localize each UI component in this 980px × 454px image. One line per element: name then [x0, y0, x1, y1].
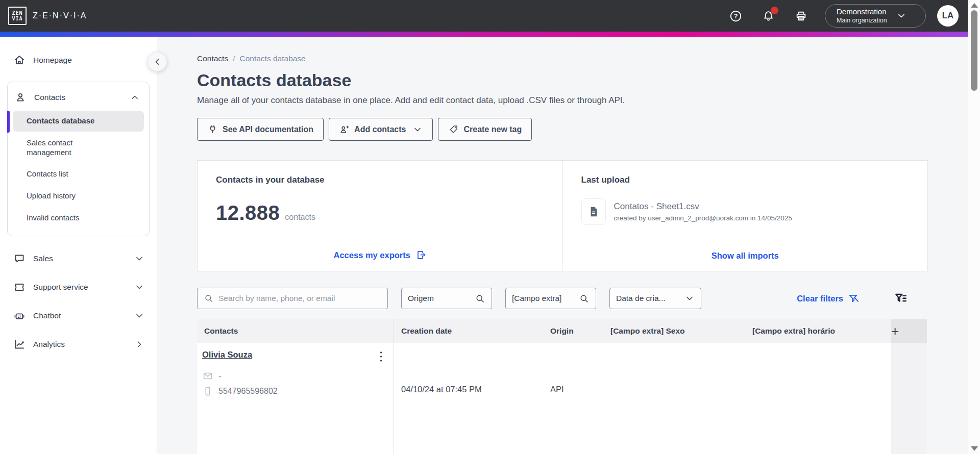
sidebar-item-chatbot[interactable]: Chatbot	[0, 301, 157, 330]
sidebar-item-contacts[interactable]: Contacts	[8, 85, 149, 110]
person-plus-icon	[339, 124, 350, 135]
chevron-up-icon[interactable]	[130, 92, 140, 103]
sidebar-item-support-service[interactable]: Support service	[0, 273, 157, 301]
button-label: Add contacts	[354, 125, 406, 134]
plug-icon	[207, 124, 218, 135]
origin-filter[interactable]: Origem	[401, 288, 492, 309]
zenvia-logo-icon[interactable]: ZEN VIA	[8, 7, 27, 25]
chevron-down-icon[interactable]	[134, 254, 144, 264]
scrollbar-thumb[interactable]	[971, 10, 977, 91]
breadcrumb-contacts-database[interactable]: Contacts database	[239, 54, 305, 63]
page-subtitle: Manage all of your contacts database in …	[197, 95, 928, 106]
add-column-button[interactable]: +	[891, 319, 927, 343]
chevron-down-icon	[684, 293, 695, 304]
user-avatar[interactable]: LA	[937, 5, 959, 27]
extra-horario-cell	[745, 343, 891, 454]
table-header-row: Contacts Creation date Origin [Campo ext…	[197, 319, 927, 343]
home-icon	[13, 54, 26, 66]
link-label: Access my exports	[334, 250, 410, 260]
search-icon	[475, 293, 485, 304]
column-header-origin[interactable]: Origin	[543, 319, 603, 343]
contacts-count-card: Contacts in your database 12.888 contact…	[198, 161, 562, 271]
chevron-left-icon	[152, 57, 162, 67]
organization-switcher[interactable]: Demonstration Main organization	[825, 4, 926, 28]
access-my-exports-link[interactable]: Access my exports	[334, 249, 426, 261]
filter-label: Data de cria...	[616, 294, 666, 303]
row-menu-kebab-icon[interactable]	[375, 350, 386, 363]
contact-phone: 5547965596802	[218, 387, 278, 396]
sidebar-item-label: Homepage	[33, 56, 72, 65]
chevron-down-icon[interactable]	[134, 282, 144, 292]
search-input[interactable]	[218, 294, 381, 303]
chevron-down-icon[interactable]	[134, 311, 144, 321]
sidebar-item-sales[interactable]: Sales	[0, 244, 157, 273]
uploaded-file-meta: created by user_admin_2_prod@uorak.com i…	[614, 214, 792, 222]
advanced-filters-icon[interactable]	[894, 292, 908, 305]
brand-gradient-bar	[0, 32, 968, 37]
contacts-person-icon	[14, 91, 27, 104]
card-title: Last upload	[581, 175, 910, 185]
scrollbar-down-arrow[interactable]	[971, 446, 978, 451]
show-all-imports-link[interactable]: Show all imports	[712, 251, 779, 261]
see-api-documentation-button[interactable]: See API documentation	[197, 118, 324, 141]
contact-email-line: -	[202, 370, 386, 382]
file-document-icon	[581, 198, 606, 225]
sidebar-item-homepage[interactable]: Homepage	[0, 49, 157, 71]
notifications-bell-icon[interactable]	[762, 9, 775, 22]
ticket-icon	[13, 281, 26, 293]
app-window: ZEN VIA Z·E·N·V·I·A ? Demonstration Main…	[0, 0, 968, 454]
breadcrumb: Contacts / Contacts database	[197, 54, 928, 63]
button-label: Create new tag	[463, 125, 522, 134]
search-icon	[579, 293, 590, 304]
top-header: ZEN VIA Z·E·N·V·I·A ? Demonstration Main…	[0, 0, 968, 32]
creation-date-filter[interactable]: Data de cria...	[609, 288, 701, 309]
sidebar-item-label: Chatbot	[33, 311, 61, 320]
scrollbar-up-arrow[interactable]	[971, 3, 978, 8]
sidebar-item-analytics[interactable]: Analytics	[0, 330, 157, 359]
last-upload-card: Last upload Contatos - Sheet1.csv create…	[562, 161, 928, 271]
sidebar-item-label: Support service	[33, 283, 88, 292]
create-new-tag-button[interactable]: Create new tag	[438, 118, 532, 141]
breadcrumb-contacts[interactable]: Contacts	[197, 54, 228, 63]
column-header-creation-date[interactable]: Creation date	[394, 319, 543, 343]
button-label: See API documentation	[223, 125, 313, 134]
mobile-phone-icon	[202, 386, 213, 397]
filter-label: Origem	[408, 294, 434, 303]
vertical-scrollbar[interactable]	[968, 0, 980, 454]
contact-name-link[interactable]: Olivia Souza	[202, 350, 252, 360]
help-icon[interactable]: ?	[729, 9, 742, 22]
print-icon[interactable]	[794, 9, 807, 22]
svg-text:?: ?	[733, 13, 738, 20]
column-header-extra-horario[interactable]: [Campo extra] horário	[745, 319, 891, 343]
breadcrumb-separator: /	[233, 54, 235, 63]
body-area: Homepage Contacts Contacts database Sale…	[0, 37, 968, 454]
collapse-sidebar-button[interactable]	[148, 52, 167, 71]
organization-type: Main organization	[837, 17, 887, 25]
column-header-contacts[interactable]: Contacts	[197, 319, 394, 343]
contacts-count-value: 12.888	[216, 201, 280, 224]
search-icon	[204, 293, 214, 304]
sidebar-item-contacts-list[interactable]: Contacts list	[13, 164, 144, 185]
sidebar-item-sales-contact-management[interactable]: Sales contact management	[13, 133, 144, 163]
sidebar-item-label: Sales	[33, 254, 53, 263]
contact-phone-line: 5547965596802	[202, 386, 386, 397]
creation-date-cell: 04/10/24 at 07:45 PM	[394, 343, 543, 454]
export-icon	[415, 249, 426, 261]
sidebar-item-contacts-database[interactable]: Contacts database	[13, 111, 144, 132]
clear-filters-link[interactable]: Clear filters	[797, 293, 860, 305]
chevron-right-icon[interactable]	[134, 339, 144, 349]
origin-cell: API	[543, 343, 603, 454]
page-title: Contacts database	[197, 70, 928, 90]
sidebar-item-upload-history[interactable]: Upload history	[13, 186, 144, 207]
column-header-extra-sexo[interactable]: [Campo extra] Sexo	[603, 319, 745, 343]
extra-field-filter[interactable]: [Campo extra]	[505, 288, 596, 309]
sidebar: Homepage Contacts Contacts database Sale…	[0, 37, 157, 454]
active-item-indicator	[7, 111, 10, 133]
sidebar-item-label: Analytics	[33, 340, 65, 349]
chevron-down-icon	[896, 11, 906, 21]
sidebar-item-invalid-contacts[interactable]: Invalid contacts	[13, 208, 144, 229]
main-content: Contacts / Contacts database Contacts da…	[157, 37, 968, 454]
extra-sexo-cell	[603, 343, 745, 454]
add-contacts-button[interactable]: Add contacts	[329, 118, 433, 141]
contact-name-row: Olivia Souza	[202, 350, 386, 363]
